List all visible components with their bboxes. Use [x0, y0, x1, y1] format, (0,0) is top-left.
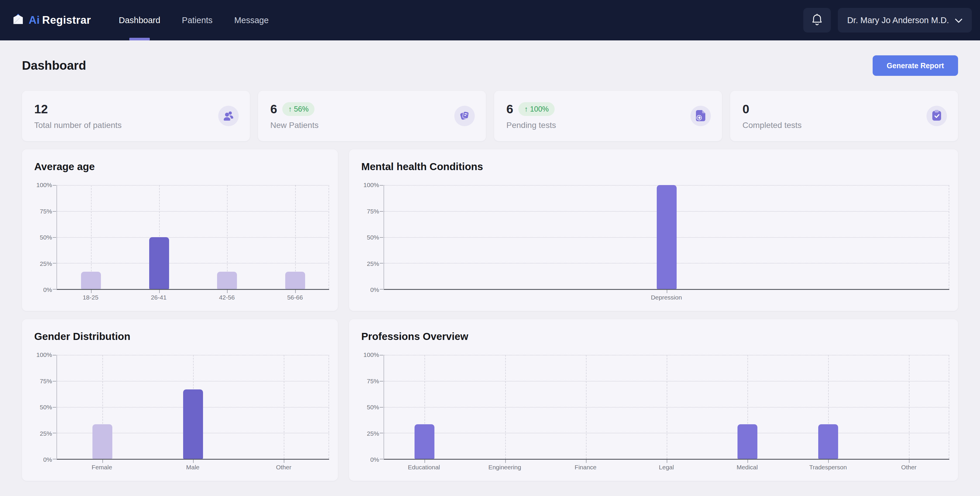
active-tab-indicator: [129, 38, 150, 40]
vertical-gridline: [284, 355, 284, 459]
generate-report-button[interactable]: Generate Report: [873, 55, 958, 76]
stat-card-completed-tests: 0 Completed tests: [730, 91, 958, 141]
x-tick-label: Female: [92, 464, 112, 471]
y-tick-label: 75%: [367, 378, 379, 385]
y-axis-tick: [380, 433, 383, 433]
bar-tradesperson: [818, 424, 838, 459]
y-axis-tick: [380, 263, 383, 263]
y-tick-label: 0%: [43, 456, 52, 463]
x-tick-label: Other: [901, 464, 917, 471]
vertical-gridline: [949, 355, 949, 459]
trend-value: 56%: [294, 105, 309, 113]
trend-up-icon: ↑: [524, 105, 528, 113]
stat-content: 6 ↑ 100% Pending tests: [506, 102, 690, 130]
dashboard-page: Dashboard Generate Report 12 Total numbe…: [0, 55, 980, 481]
y-axis-tick: [52, 355, 56, 356]
plot-area: [383, 185, 949, 290]
x-tick-label: Educational: [408, 464, 440, 471]
y-axis-tick: [52, 211, 56, 212]
y-tick-label: 0%: [43, 286, 52, 293]
stat-icon-circle: [926, 106, 947, 126]
bar-chart-gender-distribution: 0%25%50%75%100%FemaleMaleOther: [34, 355, 329, 473]
y-tick-label: 0%: [370, 456, 379, 463]
charts-row-1: Average age 0%25%50%75%100%18-2526-4142-…: [22, 149, 958, 311]
charts-row-2: Gender Distribution 0%25%50%75%100%Femal…: [22, 319, 958, 481]
y-tick-label: 100%: [36, 351, 52, 358]
y-tick-label: 100%: [36, 182, 52, 188]
stat-card-pending-tests: 6 ↑ 100% Pending tests: [494, 91, 722, 141]
y-tick-label: 100%: [363, 182, 379, 188]
chart-title: Average age: [34, 161, 329, 173]
x-tick-label: 56-66: [287, 294, 303, 301]
bar-18-25: [81, 272, 101, 289]
y-axis-tick: [380, 289, 383, 290]
plot-column: Depression: [383, 185, 949, 303]
y-tick-label: 75%: [40, 208, 52, 215]
stat-label: Pending tests: [506, 121, 690, 130]
patients-icon: [223, 110, 234, 122]
new-patients-icon: [459, 110, 470, 122]
bar-male: [183, 389, 203, 459]
chart-title: Gender Distribution: [34, 330, 329, 343]
y-axis-tick: [52, 459, 56, 459]
user-name: Dr. Mary Jo Anderson M.D.: [847, 16, 949, 25]
bar-medical: [738, 424, 757, 459]
x-tick-label: 26-41: [151, 294, 167, 301]
chart-card-mental-health: Mental health Conditions 0%25%50%75%100%…: [349, 149, 958, 311]
y-tick-label: 50%: [40, 404, 52, 411]
y-tick-label: 100%: [363, 351, 379, 358]
bar-chart-mental-health: 0%25%50%75%100%Depression: [361, 185, 949, 303]
y-axis-tick: [52, 407, 56, 408]
brand-suffix: Registrar: [42, 14, 91, 26]
page-header: Dashboard Generate Report: [22, 55, 958, 76]
bar-female: [92, 424, 112, 459]
completed-tests-icon: [932, 110, 942, 123]
bar-chart-average-age: 0%25%50%75%100%18-2526-4142-5656-66: [34, 185, 329, 303]
stat-value: 6: [506, 102, 513, 116]
vertical-gridline: [505, 355, 506, 459]
stat-label: Completed tests: [743, 121, 926, 130]
brand-name: AiRegistrar: [29, 14, 91, 26]
x-tick-label: Other: [276, 464, 291, 471]
y-axis-tick: [52, 381, 56, 381]
pending-tests-icon: [695, 110, 706, 123]
nav-item-message[interactable]: Message: [223, 0, 280, 40]
top-navbar: AiRegistrar Dashboard Patients Message D…: [0, 0, 980, 40]
stat-content: 0 Completed tests: [743, 102, 926, 130]
y-tick-label: 75%: [40, 378, 52, 385]
y-axis-tick: [52, 433, 56, 433]
y-tick-label: 50%: [40, 234, 52, 241]
x-tick-label: Engineering: [488, 464, 521, 471]
page-title: Dashboard: [22, 59, 86, 73]
plot-area: [56, 355, 329, 460]
stat-label: New Patients: [270, 121, 454, 130]
x-axis-labels: 18-2526-4142-5656-66: [56, 290, 329, 303]
stat-content: 12 Total number of patients: [34, 102, 218, 130]
chevron-down-icon: [955, 16, 963, 25]
y-axis-tick: [52, 185, 56, 186]
plot-area: [56, 185, 329, 290]
y-tick-label: 50%: [367, 234, 379, 241]
y-tick-label: 25%: [367, 260, 379, 267]
trend-badge: ↑ 56%: [282, 102, 315, 116]
trend-badge: ↑ 100%: [519, 102, 554, 116]
notifications-button[interactable]: [803, 8, 831, 32]
horizontal-gridline: [57, 237, 329, 238]
user-menu-button[interactable]: Dr. Mary Jo Anderson M.D.: [838, 8, 972, 32]
main-nav: Dashboard Patients Message: [108, 0, 279, 40]
nav-item-patients[interactable]: Patients: [171, 0, 223, 40]
nav-item-dashboard[interactable]: Dashboard: [108, 0, 171, 40]
stat-card-total-patients: 12 Total number of patients: [22, 91, 250, 141]
stat-content: 6 ↑ 56% New Patients: [270, 102, 454, 130]
brand-prefix: Ai: [29, 14, 40, 26]
nav-item-label: Message: [234, 16, 269, 25]
y-tick-label: 25%: [40, 430, 52, 437]
y-tick-label: 50%: [367, 404, 379, 411]
x-axis-labels: EducationalEngineeringFinanceLegalMedica…: [383, 460, 949, 473]
bar-depression: [657, 185, 677, 289]
vertical-gridline: [949, 185, 949, 289]
stat-icon-circle: [454, 106, 475, 126]
plot-column: 18-2526-4142-5656-66: [56, 185, 329, 303]
horizontal-gridline: [57, 211, 329, 212]
y-tick-label: 0%: [370, 286, 379, 293]
